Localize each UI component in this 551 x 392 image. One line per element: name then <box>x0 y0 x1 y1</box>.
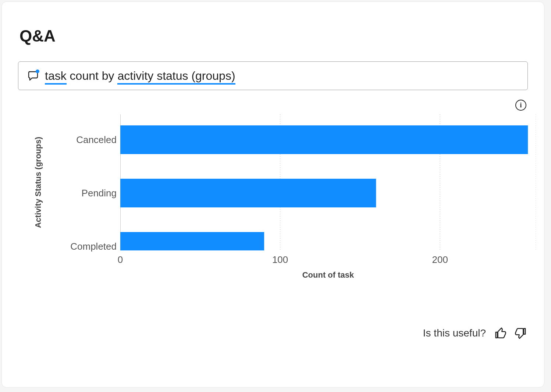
category-label: Completed <box>47 241 117 252</box>
speech-bubble-icon <box>27 70 40 82</box>
query-term-task: task <box>45 69 67 85</box>
x-tick-label: 0 <box>118 254 123 266</box>
thumbs-up-icon[interactable] <box>495 327 507 339</box>
category-label: Pending <box>47 188 117 199</box>
bar[interactable] <box>120 179 376 207</box>
query-input-box[interactable]: task count by activity status (groups) <box>18 61 528 90</box>
info-icon[interactable]: i <box>515 100 526 111</box>
y-axis-title: Activity Status (groups) <box>33 114 44 250</box>
bar-chart: Activity Status (groups) CanceledPending… <box>18 114 528 291</box>
feedback-row: Is this useful? <box>423 327 526 339</box>
category-label: Canceled <box>47 134 117 146</box>
bar[interactable] <box>120 232 264 250</box>
bar[interactable] <box>120 125 528 154</box>
query-text: task count by activity status (groups) <box>45 69 235 83</box>
x-tick-label: 100 <box>272 254 288 266</box>
page-title: Q&A <box>19 27 528 45</box>
feedback-prompt: Is this useful? <box>423 327 486 339</box>
thumbs-down-icon[interactable] <box>514 327 526 339</box>
svg-point-0 <box>36 70 39 73</box>
x-tick-label: 200 <box>432 254 448 266</box>
y-axis-tick-labels: CanceledPendingCompleted <box>47 114 117 250</box>
qa-card: Q&A task count by activity status (group… <box>1 1 544 388</box>
x-axis-title: Count of task <box>120 270 536 280</box>
x-axis-tick-labels: 0100200 <box>120 254 536 267</box>
chart-plot-area <box>120 114 536 250</box>
query-mid: count by <box>70 69 114 82</box>
query-term-activity-status: activity status (groups) <box>117 69 235 85</box>
